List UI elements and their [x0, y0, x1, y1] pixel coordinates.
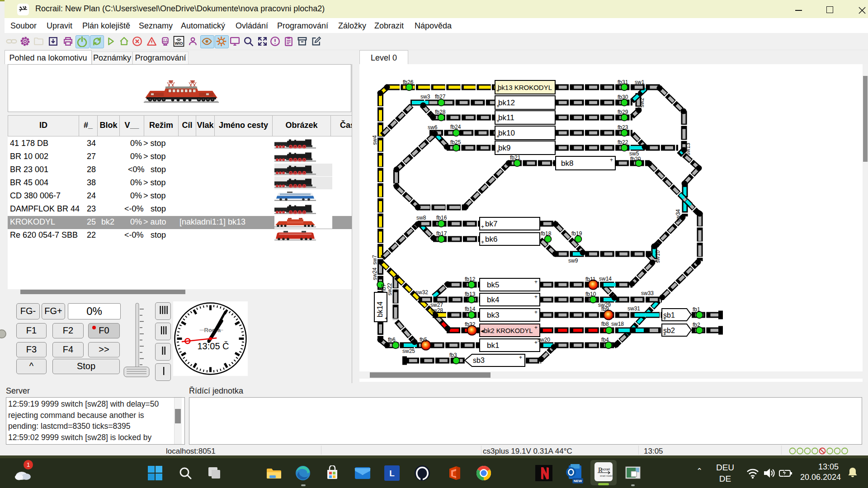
svg-text:sw1: sw1: [635, 79, 645, 85]
svg-text:sw22: sw22: [387, 283, 393, 296]
svg-text:bk12: bk12: [498, 99, 515, 107]
svg-text:◂bk2 KROKODYL: ◂bk2 KROKODYL: [481, 327, 533, 334]
svg-text:fb14: fb14: [465, 306, 476, 312]
svg-text:fb25: fb25: [450, 139, 461, 145]
svg-text:sw9: sw9: [568, 258, 578, 264]
svg-text:fb17: fb17: [436, 230, 447, 237]
svg-text:fb11: fb11: [585, 276, 596, 282]
svg-text:bk4: bk4: [487, 296, 499, 304]
svg-text:sw7: sw7: [372, 255, 378, 265]
svg-text:+: +: [481, 224, 484, 230]
svg-text:bk8: bk8: [561, 159, 573, 168]
svg-text:L: L: [389, 469, 395, 478]
svg-text:+: +: [534, 339, 538, 346]
svg-text:fb22: fb22: [618, 139, 628, 145]
svg-text:+: +: [496, 88, 500, 94]
svg-text:fb8: fb8: [601, 321, 609, 327]
svg-text:smart model: smart model: [600, 474, 613, 477]
svg-text:sw20: sw20: [538, 337, 550, 343]
svg-text:sw24: sw24: [372, 267, 378, 280]
svg-text:fb18: fb18: [541, 230, 552, 237]
svg-text:+: +: [534, 279, 538, 285]
svg-text:+: +: [519, 354, 522, 361]
svg-text:fb23: fb23: [618, 124, 628, 131]
svg-text:fb20: fb20: [630, 156, 641, 162]
svg-text:fb30: fb30: [618, 94, 628, 100]
svg-text:+: +: [496, 133, 500, 140]
svg-text:sw32: sw32: [415, 289, 428, 296]
svg-text:+: +: [610, 157, 613, 163]
svg-text:sw31: sw31: [627, 305, 640, 312]
svg-text:fb2: fb2: [693, 322, 700, 328]
svg-text:bk6: bk6: [485, 235, 497, 244]
svg-text:ocrail: ocrail: [601, 467, 610, 471]
svg-text:+: +: [663, 331, 666, 337]
svg-text:sw25: sw25: [402, 348, 415, 354]
svg-text:13:05 Č: 13:05 Č: [198, 341, 229, 351]
svg-text:fb10: fb10: [585, 291, 596, 297]
svg-text:sw2: sw2: [639, 98, 645, 108]
svg-text:+: +: [481, 239, 484, 245]
svg-text:fb21: fb21: [510, 155, 521, 161]
svg-text:fb19: fb19: [571, 230, 582, 237]
svg-text:bk5: bk5: [487, 281, 499, 289]
svg-text:sw3: sw3: [420, 94, 430, 100]
svg-text:bk13 KROKODYL: bk13 KROKODYL: [498, 84, 552, 91]
svg-text:bk11: bk11: [498, 113, 514, 122]
svg-text:fb12: fb12: [465, 276, 476, 282]
svg-text:fb28: fb28: [435, 109, 446, 115]
svg-text:sw28: sw28: [430, 307, 443, 314]
svg-text:+: +: [534, 294, 538, 300]
svg-text:WIO: WIO: [175, 41, 183, 46]
svg-text:sw8: sw8: [416, 215, 426, 221]
svg-text:+: +: [496, 148, 500, 155]
svg-text:fb5: fb5: [420, 337, 427, 343]
svg-text:fb32: fb32: [465, 321, 476, 328]
svg-text:+: +: [534, 324, 538, 331]
svg-text:fb13: fb13: [465, 291, 476, 297]
svg-text:+: +: [496, 103, 500, 109]
svg-text:sw10: sw10: [655, 250, 661, 263]
svg-text:+: +: [496, 118, 500, 124]
svg-text:fb4: fb4: [601, 337, 609, 343]
svg-text:sw14: sw14: [599, 276, 612, 282]
svg-text:bk1: bk1: [487, 341, 499, 350]
svg-text:fb29: fb29: [618, 109, 628, 115]
svg-text:sw33: sw33: [641, 290, 654, 296]
svg-text:sw34: sw34: [675, 209, 681, 222]
svg-text:+: +: [385, 315, 387, 321]
svg-text:fb3: fb3: [449, 352, 457, 358]
svg-text:sw13: sw13: [685, 143, 691, 155]
svg-text:fb24: fb24: [450, 124, 461, 130]
svg-text:fb27: fb27: [435, 94, 446, 100]
svg-text:sw4: sw4: [372, 135, 378, 145]
svg-text:+: +: [534, 309, 538, 315]
svg-text:sw6: sw6: [428, 124, 438, 131]
svg-text:+: +: [663, 316, 666, 321]
svg-text:sw18: sw18: [611, 321, 624, 327]
svg-text:fb1: fb1: [693, 306, 700, 313]
svg-text:fb6: fb6: [388, 337, 396, 343]
svg-text:bk7: bk7: [485, 220, 497, 228]
svg-text:sb3: sb3: [473, 357, 485, 364]
svg-text:bk10: bk10: [498, 129, 515, 137]
svg-text:bk3: bk3: [487, 311, 499, 319]
svg-text:bk14: bk14: [376, 301, 384, 317]
svg-text:fb9: fb9: [601, 306, 609, 312]
svg-text:fb26: fb26: [403, 79, 414, 85]
svg-text:fb16: fb16: [436, 215, 447, 221]
svg-text:fb31: fb31: [618, 79, 628, 85]
svg-text:bk9: bk9: [498, 144, 510, 152]
svg-text:fb7: fb7: [381, 284, 387, 291]
